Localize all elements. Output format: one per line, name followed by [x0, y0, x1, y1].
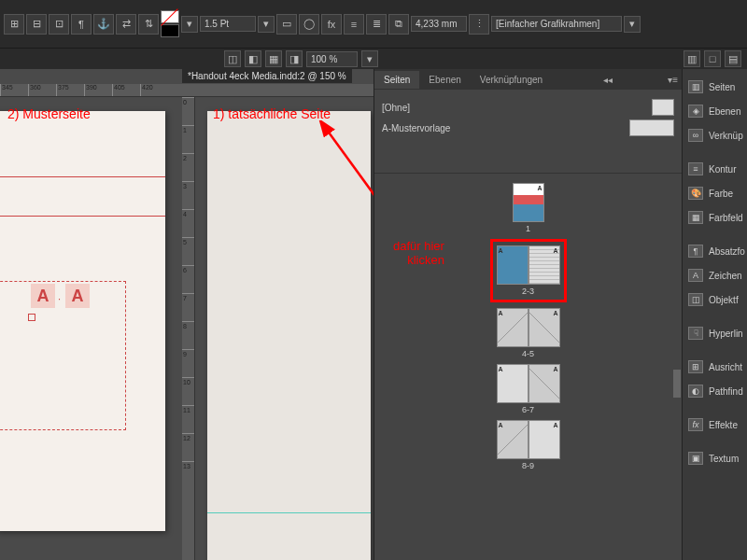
dock-pages[interactable]: ▥Seiten: [683, 75, 747, 99]
dock-obj[interactable]: ◫Objektf: [683, 287, 747, 312]
master-pages-section: [Ohne] A-Mustervorlage: [374, 90, 682, 174]
misc4-icon[interactable]: ◨: [286, 50, 303, 67]
anchor-icon[interactable]: ⚓: [93, 14, 114, 35]
align-right-icon[interactable]: ⊡: [49, 14, 69, 35]
flip-v-icon[interactable]: ⇅: [138, 14, 159, 35]
crop-icon[interactable]: ⧉: [388, 14, 409, 35]
paragraph-icon[interactable]: ¶: [71, 14, 92, 35]
dock-hyper[interactable]: ☟Hyperlin: [683, 321, 747, 345]
annotation-page: 1) tatsächliche Seite: [213, 106, 331, 121]
master-a-row[interactable]: A-Mustervorlage: [382, 118, 674, 138]
dock-color[interactable]: 🎨Farbe: [683, 181, 747, 205]
misc2-icon[interactable]: ◧: [245, 50, 261, 67]
dock-char[interactable]: AZeichen: [683, 263, 747, 287]
frame-dd-icon[interactable]: ▾: [624, 16, 641, 33]
stroke-weight-input[interactable]: [200, 16, 256, 32]
control-panel: ⊞ ⊟ ⊡ ¶ ⚓ ⇄ ⇅ ▾ ▾ ▭ ◯ fx ≡ ≣ ⧉ ⋮ ▾: [0, 0, 747, 49]
tab-layers[interactable]: Ebenen: [419, 71, 470, 89]
pages-list[interactable]: dafür hier klicken A 1 A A 2-3 A: [374, 174, 682, 560]
misc-icon[interactable]: ◫: [224, 50, 241, 67]
svg-line-0: [327, 130, 374, 335]
fill-stroke-swatches[interactable]: [161, 10, 179, 37]
view2-icon[interactable]: □: [704, 50, 721, 67]
ruler-horizontal: 345360375390405420: [0, 84, 374, 97]
zoom-dd-icon[interactable]: ▾: [361, 50, 378, 67]
flip-h-icon[interactable]: ⇄: [116, 14, 136, 35]
right-dock: ▥Seiten ◈Ebenen ∞Verknüp ≡Kontur 🎨Farbe …: [682, 69, 747, 560]
grid2-icon[interactable]: ≣: [366, 14, 387, 35]
master-a-thumb[interactable]: [629, 119, 674, 136]
panel-menu-icon[interactable]: ▾≡: [664, 73, 682, 87]
control-panel-row2: ◫ ◧ ▦ ◨ ▾ ▥ □ ▤: [0, 49, 747, 69]
main-area: *Handout 4eck Media.indd:2 @ 150 % 34536…: [0, 69, 747, 560]
align-center-icon[interactable]: ⊟: [26, 14, 47, 35]
document-tab[interactable]: *Handout 4eck Media.indd:2 @ 150 %: [182, 69, 352, 83]
annotation-click: dafür hier klicken: [393, 239, 444, 267]
scrollbar-thumb[interactable]: [673, 370, 681, 398]
panel-tabs: Seiten Ebenen Verknüpfungen ◂◂ ▾≡: [374, 69, 682, 90]
dock-stroke[interactable]: ≡Kontur: [683, 157, 747, 181]
page-thumb-2-3[interactable]: A A 2-3: [497, 245, 560, 296]
fx-icon[interactable]: fx: [321, 14, 342, 35]
frame-type-input[interactable]: [491, 16, 622, 32]
tab-pages[interactable]: Seiten: [374, 71, 419, 89]
misc3-icon[interactable]: ▦: [265, 50, 282, 67]
dock-path[interactable]: ◐Pathfind: [683, 379, 747, 403]
master-none-row[interactable]: [Ohne]: [382, 97, 674, 118]
master-page-view[interactable]: A A ·: [0, 111, 165, 531]
stroke-down-icon[interactable]: ▾: [181, 16, 198, 33]
stroke-dd-icon[interactable]: ▾: [258, 16, 275, 33]
grid-icon[interactable]: ≡: [344, 14, 364, 35]
dock-align[interactable]: ⊞Ausricht: [683, 355, 747, 379]
page-thumb-8-9[interactable]: A A 8-9: [497, 420, 560, 470]
annotation-master: 2) Musterseite: [7, 106, 91, 121]
zoom-input[interactable]: [306, 51, 358, 67]
ruler-vertical: 012345678910111213: [182, 97, 195, 560]
frame-handle[interactable]: [28, 314, 35, 321]
dock-layers[interactable]: ◈Ebenen: [683, 99, 747, 123]
panel-collapse-icon[interactable]: ◂◂: [599, 73, 616, 87]
dock-para[interactable]: ¶Absatzfo: [683, 239, 747, 263]
dock-swatches[interactable]: ▦Farbfeld: [683, 205, 747, 230]
master-none-thumb[interactable]: [652, 99, 674, 116]
dock-links[interactable]: ∞Verknüp: [683, 123, 747, 147]
view-icon[interactable]: ▥: [684, 50, 700, 67]
align-left-icon[interactable]: ⊞: [4, 14, 24, 35]
ellipse-icon[interactable]: ◯: [299, 14, 319, 35]
document-canvas[interactable]: *Handout 4eck Media.indd:2 @ 150 % 34536…: [0, 69, 374, 560]
pages-panel: Seiten Ebenen Verknüpfungen ◂◂ ▾≡ [Ohne]…: [374, 69, 682, 560]
options-icon[interactable]: ⋮: [469, 14, 489, 35]
dimension-input[interactable]: [411, 16, 467, 32]
text-frame[interactable]: [0, 281, 126, 430]
page-thumb-4-5[interactable]: A A 4-5: [497, 308, 560, 358]
page-thumb-6-7[interactable]: A A 6-7: [497, 364, 560, 414]
rect-icon[interactable]: ▭: [276, 14, 297, 35]
dock-fx[interactable]: fxEffekte: [683, 413, 747, 437]
annotation-arrow: [317, 120, 374, 344]
tab-links[interactable]: Verknüpfungen: [471, 71, 552, 89]
page-thumb-1[interactable]: A 1: [513, 183, 544, 233]
dock-wrap[interactable]: ▣Textum: [683, 446, 747, 470]
highlighted-spread: A A 2-3: [490, 239, 567, 302]
view3-icon[interactable]: ▤: [725, 50, 741, 67]
